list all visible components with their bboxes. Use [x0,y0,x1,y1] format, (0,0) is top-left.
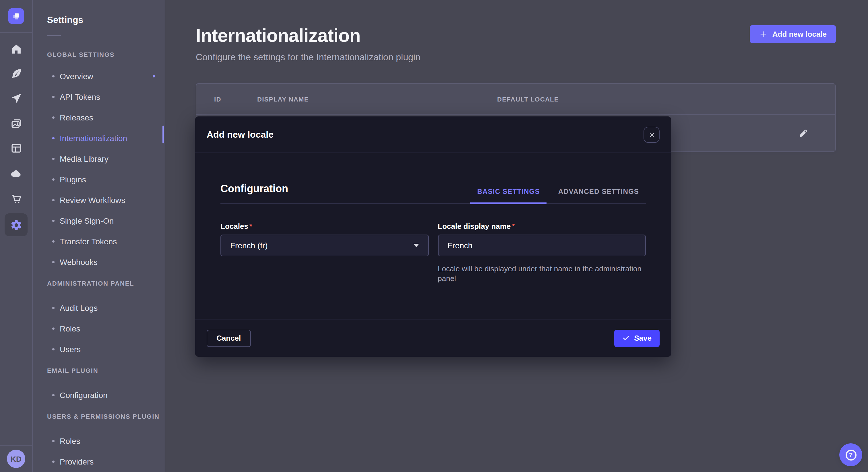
modal-footer: Cancel Save [195,319,671,357]
locales-label: Locales* [220,222,252,231]
required-asterisk: * [512,222,515,231]
save-button[interactable]: Save [614,330,660,347]
locales-select-value: French (fr) [230,241,268,250]
close-icon [648,132,655,138]
display-name-field: Locale display name* Locale will be disp… [438,221,646,283]
display-name-hint: Locale will be displayed under that name… [438,264,646,283]
settings-tabs: BASIC SETTINGS ADVANCED SETTINGS [470,188,646,203]
modal-title: Add new locale [207,129,274,140]
display-name-input[interactable] [438,235,646,256]
locales-select[interactable]: French (fr) [220,235,429,256]
tab-basic-settings[interactable]: BASIC SETTINGS [470,188,547,204]
required-asterisk: * [249,222,252,231]
modal-body: Configuration BASIC SETTINGS ADVANCED SE… [195,183,671,283]
configuration-title: Configuration [220,183,288,203]
cancel-button[interactable]: Cancel [207,330,251,347]
display-name-label: Locale display name* [438,222,515,231]
tab-advanced-settings[interactable]: ADVANCED SETTINGS [551,188,646,204]
chevron-down-icon [413,244,419,247]
save-label: Save [634,334,652,342]
close-modal-button[interactable] [644,127,660,143]
app-window: KD Settings GLOBAL SETTINGS Overview API… [0,0,868,472]
fields-row: Locales* French (fr) Locale display name… [220,221,646,283]
configuration-bar: Configuration BASIC SETTINGS ADVANCED SE… [220,183,646,204]
locales-field: Locales* French (fr) [220,221,429,283]
modal-header: Add new locale [195,116,671,153]
check-icon [622,334,629,342]
add-locale-modal: Add new locale Configuration BASIC SETTI… [195,116,671,357]
